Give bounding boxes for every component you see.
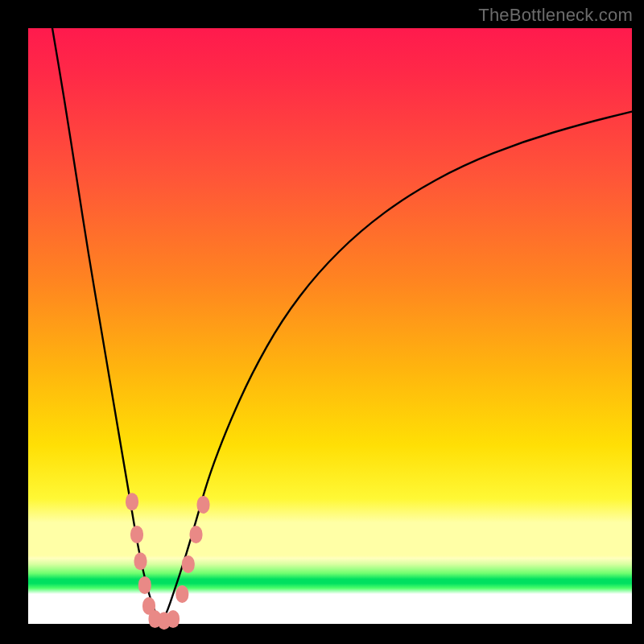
highlight-dot [134,552,147,570]
highlight-dot [197,496,210,514]
chart-svg [28,28,632,624]
highlight-dot [167,610,180,628]
plot-area [28,28,632,624]
highlight-dot [175,585,188,603]
highlight-dot [126,493,138,510]
highlight-dot [130,526,143,543]
highlight-dot [190,526,203,543]
watermark-text: TheBottleneck.com [478,5,633,26]
highlight-dot [182,555,195,573]
highlight-dot [138,576,151,594]
chart-frame: TheBottleneck.com [0,0,644,644]
